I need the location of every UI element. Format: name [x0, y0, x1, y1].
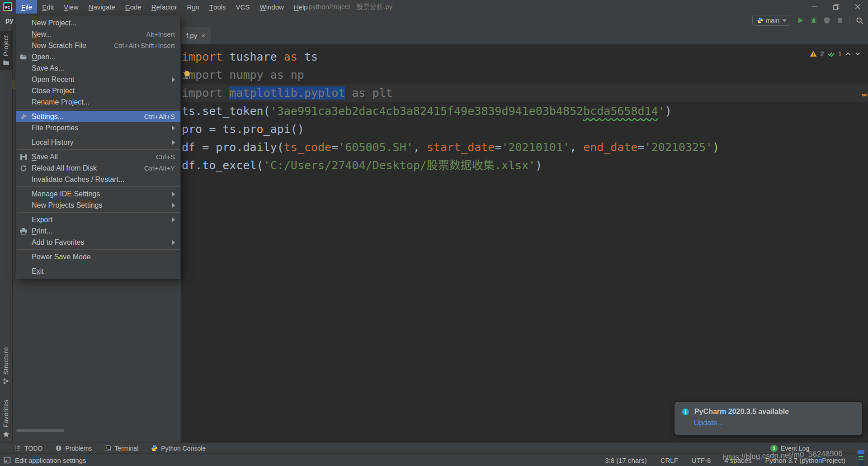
menubar-item-view[interactable]: View [59, 0, 84, 14]
menubar-item-vcs[interactable]: VCS [231, 0, 255, 14]
stripe-tab-favorites[interactable]: Favorites [0, 395, 12, 442]
star-icon [3, 431, 9, 437]
status-segment-utf-8[interactable]: UTF-8 [692, 456, 711, 464]
file-menu-item-invalidate-caches-restart[interactable]: Invalidate Caches / Restart... [16, 174, 180, 185]
status-segment-crlf[interactable]: CRLF [660, 456, 678, 464]
code-line-4[interactable]: ts.set_token('3ae991ca3eb2dac4cb3a82415f… [182, 102, 868, 120]
ok-count: 1 [838, 50, 842, 57]
toolwindow-button-terminal[interactable]: Terminal [98, 443, 145, 454]
code-line-2[interactable]: import numpy as np [182, 66, 868, 84]
submenu-arrow-icon [172, 218, 175, 222]
search-everywhere-button[interactable] [856, 17, 863, 24]
code-line-1[interactable]: import tushare as ts [182, 48, 868, 66]
menu-separator [17, 135, 180, 135]
breadcrumb[interactable]: py [5, 14, 14, 27]
code-token: bcda5658d14 [583, 105, 658, 118]
file-menu-item-reload-all-from-disk[interactable]: Reload All from DiskCtrl+Alt+Y [16, 162, 180, 174]
menu-shortcut: Ctrl+S [156, 153, 175, 161]
code-token: tushare [229, 50, 283, 63]
close-button[interactable] [847, 0, 868, 14]
code-line-7[interactable]: df.to_excel('C:/Users/27404/Desktop/股票数据… [182, 157, 868, 175]
minimize-button[interactable] [804, 0, 826, 14]
file-menu-item-new-projects-settings[interactable]: New Projects Settings [16, 200, 180, 211]
menu-icon-slot [20, 65, 32, 72]
file-menu-item-manage-ide-settings[interactable]: Manage IDE Settings [16, 188, 180, 200]
run-toolbar: main [752, 14, 863, 27]
problems-icon [55, 445, 62, 452]
stripe-tab-project[interactable]: Project [0, 31, 12, 70]
menubar-item-edit[interactable]: Edit [37, 0, 59, 14]
file-menu-item-power-save-mode[interactable]: Power Save Mode [16, 251, 180, 262]
tab-close-icon[interactable]: × [201, 32, 205, 39]
stripe-tab-structure[interactable]: Structure [0, 343, 12, 388]
menubar-item-window[interactable]: Window [255, 0, 288, 14]
file-menu-item-new[interactable]: New...Alt+Insert [16, 29, 180, 40]
file-menu-item-save-all[interactable]: Save AllCtrl+S [16, 151, 180, 162]
file-menu-item-settings[interactable]: Settings...Ctrl+Alt+S [16, 111, 180, 122]
file-menu-popup: New Project...New...Alt+InsertNew Scratc… [16, 15, 181, 279]
menubar-item-code[interactable]: Code [120, 0, 146, 14]
run-configuration-selector[interactable]: main [752, 15, 791, 26]
file-menu-item-add-to-favorites[interactable]: Add to Favorites [16, 237, 180, 248]
status-segment-3-8-17-chars[interactable]: 3:8 (17 chars) [605, 456, 647, 464]
code-token: df = pro.daily( [182, 141, 284, 154]
file-menu-item-export[interactable]: Export [16, 214, 180, 225]
tool-window-switcher-icon[interactable] [4, 456, 11, 464]
code-line-5[interactable]: pro = ts.pro_api() [182, 120, 868, 138]
restore-icon [833, 4, 839, 10]
file-menu-item-rename-project[interactable]: Rename Project... [16, 96, 180, 108]
update-link[interactable]: Update... [694, 419, 855, 427]
code-editor[interactable]: import tushare as tsimport numpy as npim… [181, 44, 868, 442]
chevron-up-icon[interactable] [845, 51, 851, 57]
toolwindow-button-label: Python Console [161, 445, 206, 452]
file-menu-item-new-project[interactable]: New Project... [16, 17, 180, 29]
intention-lightbulb-icon[interactable] [183, 70, 191, 80]
code-token: , [413, 141, 427, 154]
chevron-down-icon[interactable] [854, 51, 861, 57]
menubar-item-run[interactable]: Run [182, 0, 204, 14]
menubar-item-navigate[interactable]: Navigate [84, 0, 120, 14]
menubar-item-tools[interactable]: Tools [204, 0, 231, 14]
toolwindow-button-todo[interactable]: TODO [8, 443, 49, 454]
stripe-tab-label: Project [2, 35, 9, 56]
code-line-3[interactable]: import matplotlib.pyplot as plt [182, 84, 868, 102]
info-icon [682, 408, 689, 416]
file-menu-item-exit[interactable]: Exit [16, 266, 180, 277]
run-button[interactable] [797, 17, 804, 24]
file-menu-item-close-project[interactable]: Close Project [16, 85, 180, 96]
error-stripe-mark[interactable] [862, 94, 867, 96]
code-token: , [570, 141, 583, 154]
horizontal-scrollbar[interactable] [16, 429, 64, 432]
run-with-coverage-button[interactable] [823, 17, 830, 24]
code-line-6[interactable]: df = pro.daily(ts_code='605005.SH', star… [182, 138, 868, 157]
restore-button[interactable] [826, 0, 847, 14]
menu-icon-slot [20, 239, 32, 246]
file-menu-item-save-as[interactable]: Save As... [16, 62, 180, 74]
menubar-item-refactor[interactable]: Refactor [146, 0, 182, 14]
file-menu-item-open-recent[interactable]: Open Recent [16, 74, 180, 85]
editor-tab[interactable]: f.py × [181, 27, 211, 44]
menu-shortcut: Alt+Insert [146, 30, 175, 38]
code-token: '20210101' [501, 141, 570, 154]
file-menu-item-new-scratch-file[interactable]: New Scratch FileCtrl+Alt+Shift+Insert [16, 40, 180, 51]
menu-item-label: File Properties [32, 124, 78, 132]
inspections-widget[interactable]: 2 1 [810, 50, 861, 57]
toolwindow-button-problems[interactable]: Problems [49, 443, 98, 454]
tool-window-bar: TODOProblemsTerminalPython Console 1 Eve… [0, 442, 868, 453]
event-log-badge: 1 [770, 445, 778, 452]
menu-item-label: New... [32, 30, 52, 38]
menu-icon-slot [20, 31, 32, 38]
toolwindow-button-python-console[interactable]: Python Console [145, 443, 212, 454]
stop-button[interactable] [836, 17, 844, 24]
menu-shortcut: Ctrl+Alt+S [144, 113, 175, 120]
file-menu-item-file-properties[interactable]: File Properties [16, 122, 180, 133]
menu-item-label: Invalidate Caches / Restart... [32, 176, 124, 184]
menu-item-label: Settings... [32, 113, 64, 121]
code-token: = [638, 141, 645, 154]
debug-button[interactable] [810, 17, 817, 24]
file-menu-item-open[interactable]: Open... [16, 51, 180, 62]
file-menu-item-print[interactable]: Print... [16, 225, 180, 237]
menubar-item-file[interactable]: File [16, 0, 37, 14]
file-menu-item-local-history[interactable]: Local History [16, 137, 180, 148]
close-icon [855, 4, 860, 10]
